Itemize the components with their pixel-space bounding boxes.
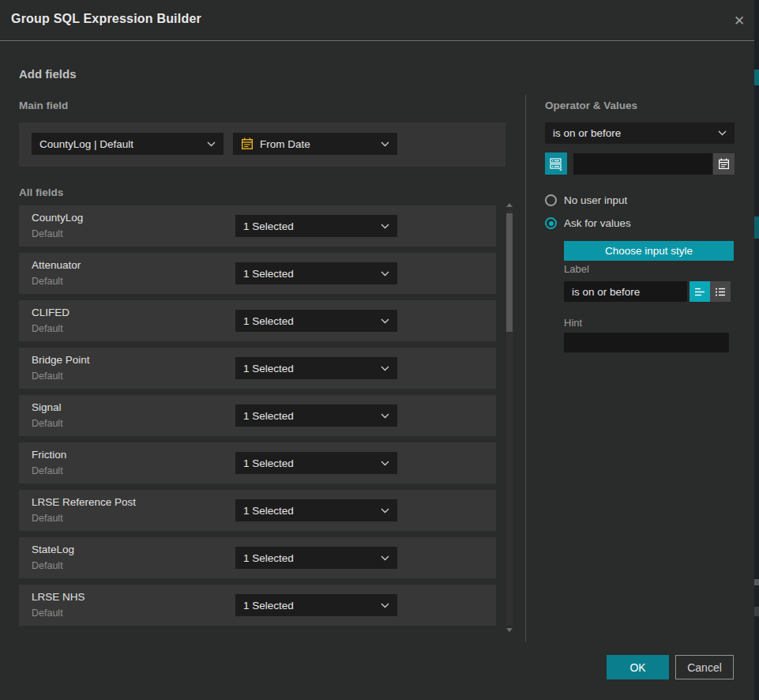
field-name: Friction (32, 449, 66, 461)
ok-button[interactable]: OK (607, 655, 669, 679)
field-sublabel: Default (32, 465, 63, 476)
panel-divider (525, 95, 526, 642)
chevron-down-icon (381, 366, 389, 371)
label-input[interactable] (564, 281, 687, 302)
close-icon[interactable]: ✕ (730, 11, 749, 30)
field-selected-dropdown-value: 1 Selected (243, 315, 381, 327)
field-name: CountyLog (32, 212, 83, 224)
chevron-down-icon (381, 413, 389, 419)
scroll-up-arrow-icon[interactable] (506, 203, 513, 207)
field-selected-dropdown-value: 1 Selected (243, 220, 381, 232)
value-input[interactable] (573, 153, 712, 175)
chevron-down-icon (381, 318, 389, 324)
background-page-sliver (754, 0, 759, 700)
align-left-icon (694, 287, 706, 297)
scroll-down-arrow-icon[interactable] (506, 628, 513, 632)
field-sublabel: Default (32, 418, 63, 429)
main-field-layer-dropdown[interactable]: CountyLog | Default (32, 133, 224, 155)
field-sublabel: Default (32, 513, 63, 524)
field-selected-dropdown-value: 1 Selected (243, 457, 381, 469)
chevron-down-icon (381, 603, 389, 608)
field-selected-dropdown[interactable]: 1 Selected (235, 547, 397, 569)
label-field-label: Label (564, 263, 589, 275)
radio-ask-for-values[interactable]: Ask for values (545, 217, 631, 229)
field-selected-dropdown-value: 1 Selected (243, 600, 381, 612)
group-sql-expression-builder-dialog: Group SQL Expression Builder ✕ Add field… (0, 0, 754, 700)
stacked-input-type-icon (549, 156, 563, 171)
main-field-field-dropdown-value: From Date (260, 138, 374, 150)
field-row: Attenuator Default 1 Selected (19, 253, 496, 294)
main-field-label: Main field (19, 100, 68, 111)
chevron-down-icon (207, 141, 216, 147)
list-scrollbar-thumb[interactable] (506, 213, 513, 332)
operator-dropdown[interactable]: is on or before (545, 122, 735, 144)
field-selected-dropdown-value: 1 Selected (243, 268, 381, 280)
value-input-type-button[interactable] (545, 152, 567, 175)
field-sublabel: Default (32, 228, 63, 239)
field-selected-dropdown-value: 1 Selected (243, 505, 381, 517)
field-name: LRSE Reference Post (32, 496, 136, 508)
radio-circle-icon (545, 217, 557, 229)
field-name: LRSE NHS (32, 591, 85, 603)
all-fields-list: CountyLog Default 1 Selected Attenuator … (19, 205, 496, 626)
bullet-list-icon (715, 287, 727, 297)
field-row: LRSE NHS Default 1 Selected (19, 585, 496, 626)
field-selected-dropdown[interactable]: 1 Selected (235, 594, 397, 616)
field-sublabel: Default (32, 371, 63, 382)
dialog-titlebar: Group SQL Expression Builder ✕ (0, 0, 754, 41)
radio-no-user-input-label: No user input (564, 194, 627, 206)
field-row: CountyLog Default 1 Selected (19, 205, 496, 247)
field-selected-dropdown[interactable]: 1 Selected (235, 215, 397, 237)
chevron-down-icon (381, 271, 389, 277)
field-name: Bridge Point (32, 354, 90, 366)
chevron-down-icon (381, 461, 389, 466)
calendar-picker-button[interactable] (713, 153, 735, 175)
field-row: Signal Default 1 Selected (19, 395, 496, 436)
main-field-field-dropdown[interactable]: From Date (233, 133, 397, 155)
radio-circle-icon (545, 194, 557, 206)
main-field-layer-dropdown-value: CountyLog | Default (39, 138, 207, 150)
cancel-button[interactable]: Cancel (675, 655, 734, 679)
hint-input[interactable] (564, 333, 729, 352)
field-row: LRSE Reference Post Default 1 Selected (19, 490, 496, 531)
field-selected-dropdown-value: 1 Selected (243, 363, 381, 374)
field-selected-dropdown[interactable]: 1 Selected (235, 405, 397, 427)
chevron-down-icon (381, 555, 389, 561)
operator-values-heading: Operator & Values (545, 100, 637, 111)
chevron-down-icon (381, 141, 389, 147)
field-name: StateLog (32, 544, 74, 555)
choose-input-style-button[interactable]: Choose input style (564, 241, 734, 261)
operator-dropdown-value: is on or before (553, 127, 718, 139)
field-name: CLIFED (32, 307, 70, 318)
field-row: Friction Default 1 Selected (19, 442, 496, 484)
field-name: Attenuator (32, 259, 81, 271)
dialog-title: Group SQL Expression Builder (11, 12, 201, 26)
main-field-container: CountyLog | Default From Date (19, 122, 505, 167)
chevron-down-icon (718, 130, 727, 136)
field-row: Bridge Point Default 1 Selected (19, 348, 496, 389)
field-selected-dropdown[interactable]: 1 Selected (235, 452, 397, 474)
all-fields-label: All fields (19, 186, 63, 198)
chevron-down-icon (381, 508, 389, 514)
field-selected-dropdown[interactable]: 1 Selected (235, 357, 397, 379)
field-selected-dropdown[interactable]: 1 Selected (235, 499, 397, 521)
list-input-toggle[interactable] (710, 281, 731, 302)
field-selected-dropdown[interactable]: 1 Selected (235, 262, 397, 284)
field-sublabel: Default (32, 560, 63, 571)
calendar-icon (241, 137, 254, 150)
field-sublabel: Default (32, 323, 63, 334)
field-selected-dropdown-value: 1 Selected (243, 552, 381, 564)
single-line-input-toggle[interactable] (689, 281, 710, 302)
field-selected-dropdown[interactable]: 1 Selected (235, 310, 397, 332)
field-name: Signal (32, 401, 62, 413)
add-fields-heading: Add fields (19, 67, 77, 81)
radio-no-user-input[interactable]: No user input (545, 194, 627, 206)
field-selected-dropdown-value: 1 Selected (243, 410, 381, 422)
hint-field-label: Hint (564, 317, 582, 329)
field-row: StateLog Default 1 Selected (19, 537, 496, 578)
field-row: CLIFED Default 1 Selected (19, 300, 496, 341)
chevron-down-icon (381, 224, 389, 229)
radio-ask-for-values-label: Ask for values (564, 217, 631, 229)
calendar-icon (718, 158, 730, 170)
field-sublabel: Default (32, 276, 63, 287)
